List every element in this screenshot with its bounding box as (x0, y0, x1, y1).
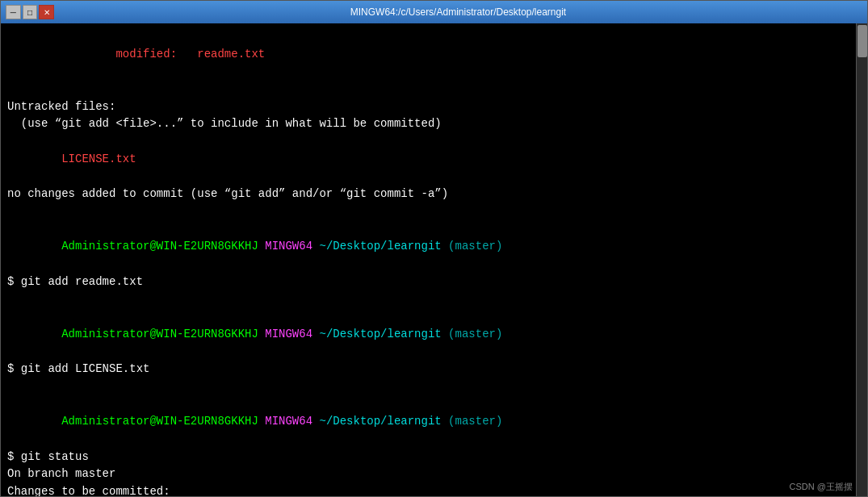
line-changes-committed: Changes to be committed: (7, 483, 848, 496)
prompt-dir-2: ~/Desktop/learngit (319, 328, 441, 340)
modified-label: modified: readme.txt (61, 48, 265, 61)
cmd-1: $ git add readme.txt (7, 274, 848, 291)
prompt-3: Administrator@WIN-E2URN8GKKHJ MINGW64 ~/… (7, 395, 848, 448)
prompt-dir-1: ~/Desktop/learngit (319, 240, 441, 253)
prompt-user-2: Administrator@WIN-E2URN8GKKHJ (61, 328, 258, 340)
window-title: MINGW64:/c/Users/Administrator/Desktop/l… (103, 6, 814, 18)
prompt-branch-1: (master) (442, 240, 503, 253)
line-blank-6 (7, 378, 848, 396)
line-blank-5 (7, 290, 848, 308)
close-button[interactable]: ✕ (39, 5, 54, 19)
prompt-user-1: Administrator@WIN-E2URN8GKKHJ (61, 240, 258, 253)
prompt-branch-3: (master) (442, 415, 503, 428)
restore-button[interactable]: □ (23, 5, 38, 19)
scrollbar[interactable] (856, 23, 867, 496)
line-untracked: Untracked files: (7, 98, 848, 116)
prompt-user-3: Administrator@WIN-E2URN8GKKHJ (61, 415, 258, 428)
line-blank-2 (7, 133, 848, 151)
watermark: CSDN @王摇摆 (790, 481, 853, 493)
terminal-content: modified: readme.txt Untracked files: (u… (7, 28, 861, 496)
cmd-3: $ git status (7, 449, 848, 466)
prompt-2: Administrator@WIN-E2URN8GKKHJ MINGW64 ~/… (7, 308, 848, 361)
scrollbar-thumb[interactable] (858, 25, 867, 57)
line-modified-1: modified: readme.txt (7, 28, 848, 81)
terminal: modified: readme.txt Untracked files: (u… (1, 23, 867, 496)
prompt-branch-2: (master) (442, 328, 503, 340)
line-blank-3 (7, 169, 848, 186)
line-license-untracked: LICENSE.txt (7, 151, 848, 169)
line-branch: On branch master (7, 466, 848, 483)
line-blank-4 (7, 203, 848, 221)
prompt-mingw-2: MINGW64 (258, 328, 320, 340)
window: ─ □ ✕ MINGW64:/c/Users/Administrator/Des… (0, 0, 868, 497)
line-no-changes: no changes added to commit (use “git add… (7, 186, 848, 203)
prompt-1: Administrator@WIN-E2URN8GKKHJ MINGW64 ~/… (7, 221, 848, 274)
prompt-mingw-3: MINGW64 (258, 415, 320, 428)
titlebar: ─ □ ✕ MINGW64:/c/Users/Administrator/Des… (1, 1, 867, 23)
prompt-dir-3: ~/Desktop/learngit (319, 415, 441, 428)
cmd-2: $ git add LICENSE.txt (7, 361, 848, 378)
minimize-button[interactable]: ─ (6, 5, 21, 19)
line-untracked-hint: (use “git add <file>...” to include in w… (7, 115, 848, 133)
line-blank-1 (7, 81, 848, 98)
prompt-mingw-1: MINGW64 (258, 240, 320, 253)
